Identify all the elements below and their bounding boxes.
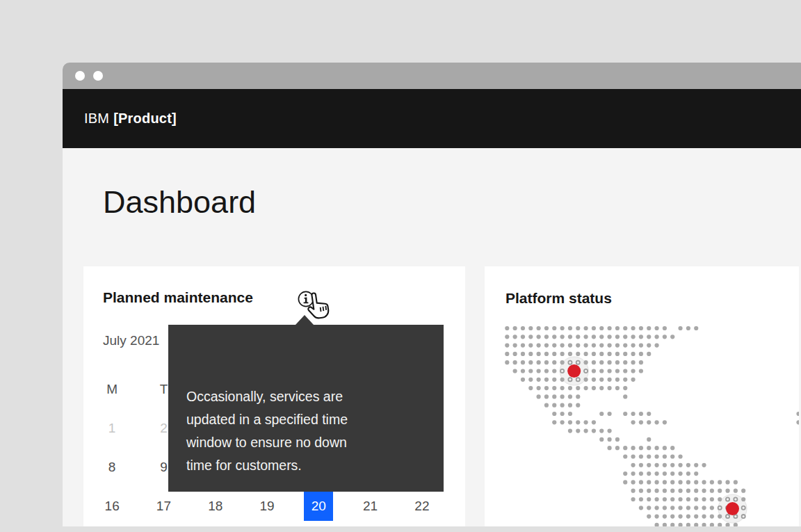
map-dot [576, 429, 580, 433]
map-dot [607, 334, 611, 339]
map-dot [710, 480, 714, 484]
map-dot [718, 480, 722, 484]
map-dot [678, 326, 682, 330]
date-cell[interactable]: 16 [86, 487, 138, 526]
map-dot [615, 378, 620, 382]
map-dot [615, 360, 620, 364]
map-dot [576, 326, 580, 330]
map-dot [560, 378, 565, 382]
map-dot [694, 463, 698, 467]
map-dot [552, 360, 556, 364]
map-dot [654, 344, 658, 348]
map-dot [631, 334, 635, 339]
map-dot [552, 420, 556, 424]
product-name: [Product] [113, 111, 177, 126]
cursor-pointer-icon [303, 290, 333, 323]
date-cell[interactable]: 8 [86, 448, 138, 487]
map-dot [584, 334, 588, 339]
map-dot [576, 403, 580, 408]
page-title: Dashboard [103, 184, 256, 220]
map-dot [647, 352, 651, 356]
map-dot [584, 386, 588, 390]
map-dot [615, 352, 620, 356]
date-cell[interactable]: 21 [344, 487, 396, 526]
map-dot [560, 326, 565, 330]
map-dot [734, 523, 738, 526]
map-dot [528, 369, 533, 373]
map-dot [607, 352, 611, 356]
map-dot [725, 523, 729, 526]
map-dot [639, 497, 643, 501]
window-control-dot[interactable] [75, 71, 85, 81]
map-dot [513, 360, 517, 364]
map-dot [599, 352, 604, 356]
map-dot [678, 515, 682, 519]
map-dot [513, 352, 517, 356]
map-dot [702, 515, 706, 519]
map-dot [568, 386, 572, 390]
map-dot [710, 506, 714, 510]
map-dot [694, 326, 698, 330]
map-dot [537, 326, 541, 330]
calendar-month-label: July 2021 [103, 333, 159, 348]
map-dot [599, 437, 604, 442]
map-dot [741, 489, 745, 493]
map-dot [521, 326, 525, 330]
map-dot [599, 344, 604, 348]
map-dot [725, 489, 729, 493]
map-dot [702, 480, 706, 484]
map-dot [678, 454, 682, 458]
date-cell[interactable]: 1 [86, 409, 138, 448]
date-cell[interactable]: 19 [241, 487, 293, 526]
map-dot [592, 369, 596, 373]
maintenance-card-title: Planned maintenance [103, 289, 253, 306]
date-cell[interactable]: 22 [396, 487, 448, 526]
map-dot [615, 344, 620, 348]
map-dot [654, 454, 658, 458]
map-dot [576, 334, 580, 339]
map-dot [654, 523, 658, 526]
map-dot [528, 386, 533, 390]
map-dot [694, 506, 698, 510]
map-dot [592, 334, 596, 339]
map-dot [654, 326, 658, 330]
map-dot [694, 471, 698, 476]
map-dot [639, 471, 643, 476]
map-dot [654, 506, 658, 510]
map-dot [537, 352, 541, 356]
map-dot [623, 480, 627, 484]
map-dot [654, 497, 658, 501]
browser-window: IBM[Product] Dashboard Planned maintenan… [63, 63, 801, 526]
map-dot [647, 463, 651, 467]
map-dot [631, 446, 635, 450]
map-dot [552, 403, 556, 408]
map-dot [584, 344, 588, 348]
map-dot [710, 523, 714, 526]
map-dot [647, 454, 651, 458]
date-cell[interactable]: 18 [190, 487, 241, 526]
map-dot [568, 429, 572, 433]
map-dot [599, 412, 604, 416]
map-dot [670, 480, 674, 484]
map-dot [560, 360, 565, 364]
date-cell[interactable]: 20 [293, 487, 344, 526]
map-dot [702, 497, 706, 501]
map-dot [623, 378, 627, 382]
map-dot [560, 334, 565, 339]
status-incident-dot [567, 364, 581, 378]
map-dot [528, 352, 533, 356]
map-dot [528, 344, 533, 348]
map-dot [670, 506, 674, 510]
date-cell[interactable]: 17 [138, 487, 189, 526]
map-dot [694, 489, 698, 493]
window-control-dot[interactable] [93, 71, 103, 81]
map-dot [710, 489, 714, 493]
map-dot [670, 454, 674, 458]
map-dot [647, 420, 651, 424]
cards-row: Planned maintenance July 2021 MTWTFSS123… [83, 266, 799, 526]
map-dot [623, 454, 627, 458]
dashboard-page: Dashboard Planned maintenance July 2021 [63, 148, 801, 526]
map-dot [615, 369, 620, 373]
map-dot [623, 334, 627, 339]
map-dot [615, 334, 620, 339]
